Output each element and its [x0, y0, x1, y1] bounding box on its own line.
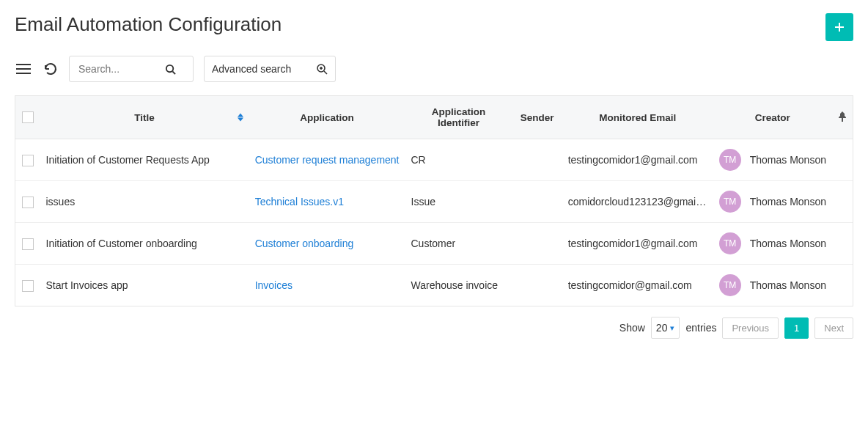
plus-icon — [834, 21, 845, 33]
table-row[interactable]: Initiation of Customer Requests AppCusto… — [15, 139, 853, 181]
cell-app-identifier: Issue — [405, 181, 512, 223]
cell-creator: TMThomas Monson — [713, 265, 832, 306]
show-label: Show — [619, 322, 645, 334]
chevron-down-icon: ▾ — [670, 323, 674, 333]
page-size-select[interactable]: 20 ▾ — [651, 317, 680, 339]
advanced-search-button[interactable]: Advanced search — [204, 56, 336, 82]
entries-label: entries — [685, 322, 716, 334]
menu-button[interactable] — [15, 62, 32, 76]
table-row[interactable]: issuesTechnical Issues.v1Issuecomidorclo… — [15, 181, 853, 223]
cell-application[interactable]: Customer onboarding — [249, 223, 405, 265]
pagination: Show 20 ▾ entries Previous 1 Next — [15, 317, 853, 339]
header-title-label: Title — [134, 112, 155, 123]
cell-creator: TMThomas Monson — [713, 181, 832, 223]
cell-app-identifier: CR — [405, 139, 512, 181]
cell-pin — [832, 181, 853, 223]
svg-rect-4 — [16, 73, 31, 74]
cell-application[interactable]: Invoices — [249, 265, 405, 306]
row-checkbox[interactable] — [22, 238, 34, 250]
next-page-button[interactable]: Next — [814, 317, 853, 339]
cell-pin — [832, 265, 853, 306]
cell-sender — [512, 223, 562, 265]
creator-name: Thomas Monson — [750, 196, 826, 208]
cell-monitored-email: testingcomidor@gmail.com — [562, 265, 713, 306]
sort-icon — [238, 114, 243, 122]
cell-sender — [512, 139, 562, 181]
avatar: TM — [719, 191, 741, 213]
cell-title: Start Invoices app — [40, 265, 249, 306]
cell-title: Initiation of Customer Requests App — [40, 139, 249, 181]
avatar: TM — [719, 149, 741, 171]
search-input-wrap[interactable] — [69, 56, 194, 82]
header-pin[interactable] — [832, 96, 853, 139]
table-row[interactable]: Start Invoices appInvoicesWarehouse invo… — [15, 265, 853, 306]
cell-creator: TMThomas Monson — [713, 139, 832, 181]
row-checkbox[interactable] — [22, 197, 34, 208]
svg-rect-3 — [16, 68, 31, 70]
row-checkbox[interactable] — [22, 155, 34, 166]
header-creator[interactable]: Creator — [713, 96, 832, 139]
page-title: Email Automation Configuration — [15, 13, 282, 36]
cell-creator: TMThomas Monson — [713, 223, 832, 265]
cell-application[interactable]: Customer request management — [249, 139, 405, 181]
search-plus-icon — [316, 63, 328, 75]
page-size-value: 20 — [656, 322, 668, 334]
avatar: TM — [719, 232, 741, 254]
table-row[interactable]: Initiation of Customer onboardingCustome… — [15, 223, 853, 265]
avatar: TM — [719, 274, 741, 296]
hamburger-icon — [16, 63, 31, 75]
search-input[interactable] — [77, 62, 165, 76]
cell-pin — [832, 223, 853, 265]
refresh-button[interactable] — [43, 61, 59, 77]
header-app-identifier[interactable]: Application Identifier — [405, 96, 512, 139]
cell-title: issues — [40, 181, 249, 223]
svg-rect-1 — [835, 26, 844, 28]
cell-monitored-email: comidorcloud123123@gmail.c... — [562, 181, 713, 223]
search-icon — [165, 64, 176, 75]
header-application[interactable]: Application — [249, 96, 405, 139]
creator-name: Thomas Monson — [750, 279, 826, 291]
header-sender[interactable]: Sender — [512, 96, 562, 139]
creator-name: Thomas Monson — [750, 238, 826, 249]
cell-monitored-email: testingcomidor1@gmail.com — [562, 139, 713, 181]
cell-sender — [512, 265, 562, 306]
cell-title: Initiation of Customer onboarding — [40, 223, 249, 265]
refresh-icon — [44, 62, 57, 76]
page-1-button[interactable]: 1 — [784, 317, 809, 339]
header-title[interactable]: Title — [40, 96, 249, 139]
cell-pin — [832, 139, 853, 181]
cell-monitored-email: testingcomidor1@gmail.com — [562, 223, 713, 265]
svg-line-6 — [172, 71, 175, 74]
data-table: Title Application Application Identifier… — [15, 95, 853, 306]
creator-name: Thomas Monson — [750, 154, 826, 166]
cell-sender — [512, 181, 562, 223]
cell-app-identifier: Warehouse invoice — [405, 265, 512, 306]
header-checkbox-cell — [15, 96, 40, 139]
advanced-search-label: Advanced search — [212, 63, 316, 75]
row-checkbox[interactable] — [22, 280, 34, 292]
cell-application[interactable]: Technical Issues.v1 — [249, 181, 405, 223]
svg-point-5 — [166, 65, 173, 71]
cell-app-identifier: Customer — [405, 223, 512, 265]
prev-page-button[interactable]: Previous — [722, 317, 779, 339]
select-all-checkbox[interactable] — [22, 111, 34, 123]
svg-line-8 — [324, 71, 327, 74]
header-monitored-email[interactable]: Monitored Email — [562, 96, 713, 139]
add-button[interactable] — [825, 13, 853, 41]
pin-icon — [838, 111, 847, 122]
svg-rect-2 — [16, 64, 31, 65]
